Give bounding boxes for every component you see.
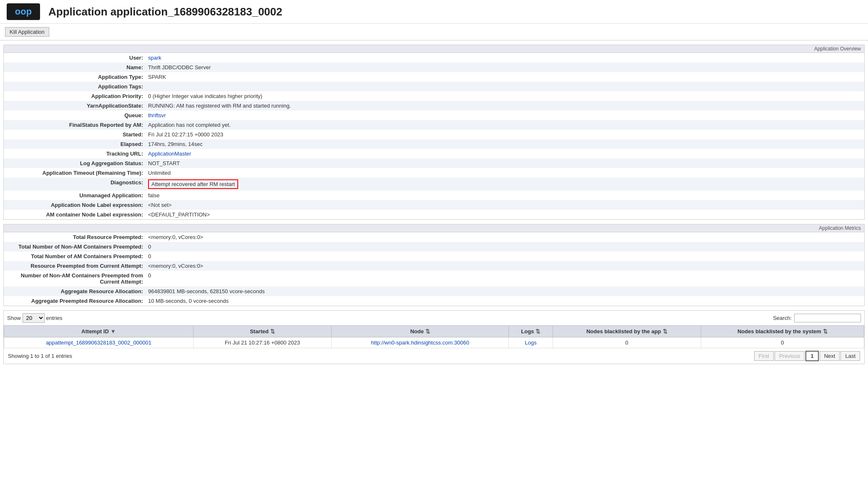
first-page-button[interactable]: First (754, 351, 774, 361)
metrics-value-0: <memory:0, vCores:0> (146, 232, 864, 242)
node-link[interactable]: http://wn0-spark.hdinsightcss.com:30060 (371, 340, 469, 346)
metrics-label-4: Number of Non-AM Containers Preempted fr… (4, 271, 146, 287)
metrics-value-2: 0 (146, 252, 864, 261)
col-header-5[interactable]: Nodes blacklisted by the system⇅ (701, 326, 864, 337)
overview-label-12: Application Timeout (Remaining Time): (4, 168, 146, 178)
attempts-section: Show 102050100 entries Search: Attempt I… (3, 310, 865, 364)
metrics-value-5: 964839801 MB-seconds, 628150 vcore-secon… (146, 287, 864, 296)
pagination-row: Showing 1 to 1 of 1 entries First Previo… (4, 348, 864, 364)
page-title: Application application_1689906328183_00… (48, 5, 282, 18)
overview-value-11: NOT_START (146, 158, 864, 168)
logs-link[interactable]: Logs (525, 340, 536, 346)
table-controls: Show 102050100 entries Search: (4, 311, 864, 325)
show-label: Show (7, 315, 21, 321)
overview-label-2: Application Type: (4, 72, 146, 82)
attempt-id-cell: appattempt_1689906328183_0002_000001 (4, 337, 194, 348)
kill-btn-row: Kill Application (0, 24, 868, 40)
attempt-id-link[interactable]: appattempt_1689906328183_0002_000001 (46, 340, 151, 346)
overview-label-4: Application Priority: (4, 91, 146, 101)
col-header-3[interactable]: Logs⇅ (508, 326, 553, 337)
overview-value-6: thriftsvr (146, 111, 864, 120)
overview-value-2: SPARK (146, 72, 864, 82)
overview-label-1: Name: (4, 63, 146, 72)
pagination-buttons: First Previous 1 Next Last (754, 351, 860, 361)
overview-label-0: User: (4, 53, 146, 63)
overview-label-16: AM container Node Label expression: (4, 210, 146, 219)
overview-value-0: spark (146, 53, 864, 63)
overview-label-8: Started: (4, 130, 146, 139)
search-input[interactable] (794, 314, 861, 322)
col-header-2[interactable]: Node⇅ (332, 326, 508, 337)
current-page-button[interactable]: 1 (805, 351, 818, 361)
kill-application-button[interactable]: Kill Application (5, 27, 49, 37)
overview-value-1: Thrift JDBC/ODBC Server (146, 63, 864, 72)
attempts-table: Attempt ID▼Started⇅Node⇅Logs⇅Nodes black… (4, 325, 864, 348)
application-metrics-section: Application Metrics Total Resource Preem… (3, 224, 865, 306)
overview-label-9: Elapsed: (4, 139, 146, 149)
sort-icon-4: ⇅ (663, 328, 667, 334)
overview-value-12: Unlimited (146, 168, 864, 178)
application-overview-section: Application Overview User:sparkName:Thri… (3, 45, 865, 220)
overview-label-6: Queue: (4, 111, 146, 120)
metrics-value-6: 10 MB-seconds, 0 vcore-seconds (146, 296, 864, 306)
blacklisted-app-cell: 0 (553, 337, 701, 348)
show-entries-control: Show 102050100 entries (7, 313, 63, 323)
overview-section-header: Application Overview (4, 45, 864, 53)
overview-value-13: Attempt recovered after RM restart (146, 178, 864, 191)
metrics-value-4: 0 (146, 271, 864, 287)
showing-text: Showing 1 to 1 of 1 entries (8, 353, 72, 359)
entries-select[interactable]: 102050100 (23, 313, 45, 323)
metrics-table: Total Resource Preempted:<memory:0, vCor… (4, 232, 864, 306)
logs-cell: Logs (508, 337, 553, 348)
search-control: Search: (773, 314, 861, 322)
next-page-button[interactable]: Next (820, 351, 840, 361)
table-row: appattempt_1689906328183_0002_000001Fri … (4, 337, 864, 348)
overview-label-7: FinalStatus Reported by AM: (4, 120, 146, 130)
sort-icon-1: ⇅ (270, 328, 275, 334)
hadoop-logo: oop (7, 3, 40, 20)
col-header-4[interactable]: Nodes blacklisted by the app⇅ (553, 326, 701, 337)
overview-value-8: Fri Jul 21 02:27:15 +0000 2023 (146, 130, 864, 139)
overview-value-14: false (146, 191, 864, 200)
overview-link-6[interactable]: thriftsvr (148, 112, 166, 118)
blacklisted-system-cell: 0 (701, 337, 864, 348)
overview-label-11: Log Aggregation Status: (4, 158, 146, 168)
overview-label-10: Tracking URL: (4, 149, 146, 158)
sort-icon-2: ⇅ (425, 328, 430, 334)
search-label: Search: (773, 315, 792, 321)
node-cell: http://wn0-spark.hdinsightcss.com:30060 (332, 337, 508, 348)
overview-label-14: Unmanaged Application: (4, 191, 146, 200)
overview-table: User:sparkName:Thrift JDBC/ODBC ServerAp… (4, 53, 864, 219)
metrics-label-1: Total Number of Non-AM Containers Preemp… (4, 242, 146, 252)
sort-icon-5: ⇅ (823, 328, 828, 334)
entries-label: entries (46, 315, 63, 321)
last-page-button[interactable]: Last (840, 351, 860, 361)
metrics-label-6: Aggregate Preempted Resource Allocation: (4, 296, 146, 306)
overview-label-5: YarnApplicationState: (4, 101, 146, 111)
overview-label-13: Diagnostics: (4, 178, 146, 191)
metrics-label-0: Total Resource Preempted: (4, 232, 146, 242)
overview-link-0[interactable]: spark (148, 55, 161, 61)
overview-value-10: ApplicationMaster (146, 149, 864, 158)
overview-value-4: 0 (Higher Integer value indicates higher… (146, 91, 864, 101)
col-header-0[interactable]: Attempt ID▼ (4, 326, 194, 337)
metrics-label-3: Resource Preempted from Current Attempt: (4, 261, 146, 271)
overview-label-3: Application Tags: (4, 82, 146, 91)
metrics-value-3: <memory:0, vCores:0> (146, 261, 864, 271)
overview-label-15: Application Node Label expression: (4, 200, 146, 210)
sort-icon-3: ⇅ (536, 328, 540, 334)
diagnostics-highlight: Attempt recovered after RM restart (148, 179, 238, 189)
metrics-label-5: Aggregate Resource Allocation: (4, 287, 146, 296)
overview-value-16: <DEFAULT_PARTITION> (146, 210, 864, 219)
sort-icon-0: ▼ (111, 328, 116, 334)
overview-value-7: Application has not completed yet. (146, 120, 864, 130)
metrics-section-header: Application Metrics (4, 224, 864, 232)
col-header-1[interactable]: Started⇅ (193, 326, 332, 337)
overview-value-5: RUNNING: AM has registered with RM and s… (146, 101, 864, 111)
metrics-value-1: 0 (146, 242, 864, 252)
started-cell: Fri Jul 21 10:27:16 +0800 2023 (193, 337, 332, 348)
overview-value-3 (146, 82, 864, 91)
previous-page-button[interactable]: Previous (775, 351, 805, 361)
overview-value-9: 174hrs, 29mins, 14sec (146, 139, 864, 149)
overview-link-10[interactable]: ApplicationMaster (148, 151, 191, 157)
